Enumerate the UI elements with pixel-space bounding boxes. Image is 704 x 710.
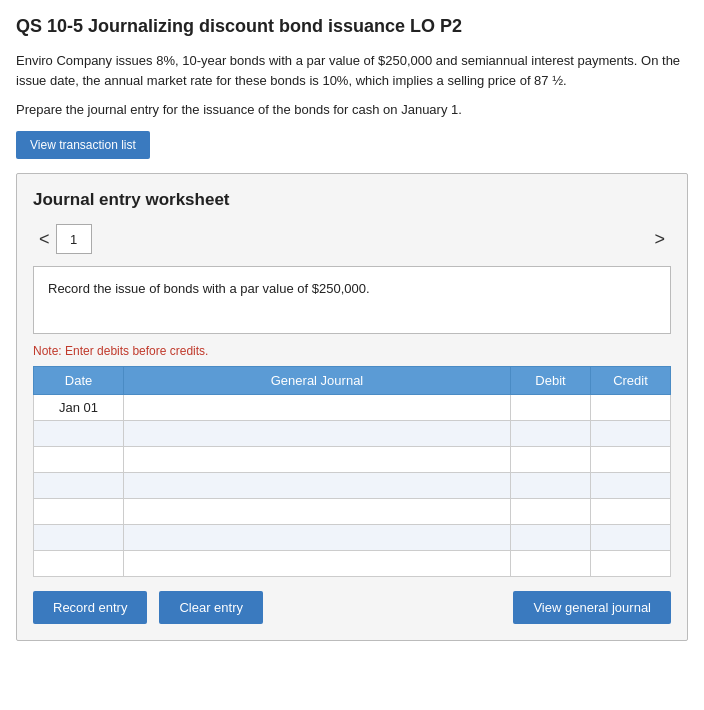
record-entry-button[interactable]: Record entry: [33, 591, 147, 624]
cell-date: [34, 421, 124, 447]
worksheet-container: Journal entry worksheet < 1 > Record the…: [16, 173, 688, 641]
note-box: Record the issue of bonds with a par val…: [33, 266, 671, 334]
input-debit[interactable]: [517, 557, 584, 571]
table-row: [34, 499, 671, 525]
cell-journal[interactable]: [124, 551, 511, 577]
cell-journal[interactable]: [124, 447, 511, 473]
cell-credit[interactable]: [591, 395, 671, 421]
cell-debit[interactable]: [511, 525, 591, 551]
input-date[interactable]: [40, 531, 117, 545]
input-credit[interactable]: [597, 453, 664, 467]
input-credit[interactable]: [597, 427, 664, 441]
cell-credit[interactable]: [591, 421, 671, 447]
cell-credit[interactable]: [591, 473, 671, 499]
input-debit[interactable]: [517, 479, 584, 493]
input-journal[interactable]: [130, 427, 504, 441]
table-row: Jan 01: [34, 395, 671, 421]
journal-table: Date General Journal Debit Credit Jan 01: [33, 366, 671, 577]
cell-credit[interactable]: [591, 551, 671, 577]
input-journal[interactable]: [130, 401, 504, 415]
cell-date: [34, 447, 124, 473]
cell-credit[interactable]: [591, 525, 671, 551]
description: Enviro Company issues 8%, 10-year bonds …: [16, 51, 688, 90]
col-header-date: Date: [34, 367, 124, 395]
page-title: QS 10-5 Journalizing discount bond issua…: [16, 16, 688, 37]
note-text: Record the issue of bonds with a par val…: [48, 281, 656, 296]
cell-journal[interactable]: [124, 525, 511, 551]
input-debit[interactable]: [517, 531, 584, 545]
cell-date: [34, 525, 124, 551]
input-debit[interactable]: [517, 505, 584, 519]
input-date[interactable]: [40, 505, 117, 519]
view-transactions-button[interactable]: View transaction list: [16, 131, 150, 159]
input-date[interactable]: [40, 479, 117, 493]
table-row: [34, 447, 671, 473]
view-general-journal-button[interactable]: View general journal: [513, 591, 671, 624]
input-credit[interactable]: [597, 505, 664, 519]
cell-date: [34, 473, 124, 499]
input-journal[interactable]: [130, 479, 504, 493]
table-row: [34, 473, 671, 499]
cell-date: [34, 551, 124, 577]
col-header-journal: General Journal: [124, 367, 511, 395]
cell-debit[interactable]: [511, 551, 591, 577]
input-date[interactable]: [40, 427, 117, 441]
cell-debit[interactable]: [511, 395, 591, 421]
input-journal[interactable]: [130, 531, 504, 545]
input-journal[interactable]: [130, 557, 504, 571]
col-header-debit: Debit: [511, 367, 591, 395]
input-debit[interactable]: [517, 401, 584, 415]
input-credit[interactable]: [597, 401, 664, 415]
note-label: Note: Enter debits before credits.: [33, 344, 671, 358]
input-credit[interactable]: [597, 531, 664, 545]
cell-date: Jan 01: [34, 395, 124, 421]
input-credit[interactable]: [597, 479, 664, 493]
table-row: [34, 525, 671, 551]
nav-next-button[interactable]: >: [648, 229, 671, 250]
cell-date: [34, 499, 124, 525]
button-row: Record entry Clear entry View general jo…: [33, 591, 671, 624]
input-date[interactable]: [40, 557, 117, 571]
cell-debit[interactable]: [511, 499, 591, 525]
cell-journal[interactable]: [124, 473, 511, 499]
nav-prev-button[interactable]: <: [33, 229, 56, 250]
cell-journal[interactable]: [124, 421, 511, 447]
input-journal[interactable]: [130, 453, 504, 467]
cell-journal[interactable]: [124, 499, 511, 525]
input-debit[interactable]: [517, 453, 584, 467]
clear-entry-button[interactable]: Clear entry: [159, 591, 263, 624]
table-row: [34, 551, 671, 577]
cell-debit[interactable]: [511, 421, 591, 447]
page-number-box: 1: [56, 224, 92, 254]
cell-debit[interactable]: [511, 447, 591, 473]
input-credit[interactable]: [597, 557, 664, 571]
input-journal[interactable]: [130, 505, 504, 519]
instruction: Prepare the journal entry for the issuan…: [16, 102, 688, 117]
nav-row: < 1 >: [33, 224, 671, 254]
cell-credit[interactable]: [591, 499, 671, 525]
col-header-credit: Credit: [591, 367, 671, 395]
cell-journal[interactable]: [124, 395, 511, 421]
cell-credit[interactable]: [591, 447, 671, 473]
input-debit[interactable]: [517, 427, 584, 441]
cell-debit[interactable]: [511, 473, 591, 499]
table-row: [34, 421, 671, 447]
input-date[interactable]: [40, 453, 117, 467]
worksheet-title: Journal entry worksheet: [33, 190, 671, 210]
